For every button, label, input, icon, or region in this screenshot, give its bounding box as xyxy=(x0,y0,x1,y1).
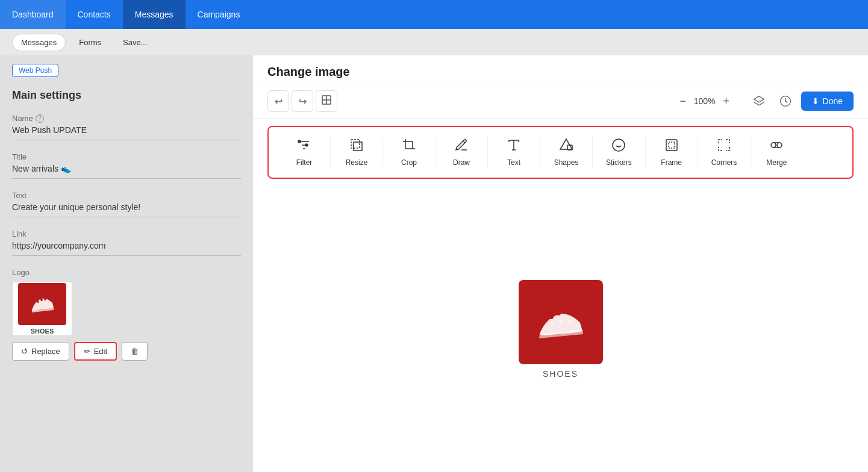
replace-icon: ↺ xyxy=(21,347,28,356)
tool-text[interactable]: Text xyxy=(493,133,535,172)
web-push-badge: Web Push xyxy=(12,64,58,77)
undo-button[interactable]: ↩ xyxy=(267,90,289,112)
tool-corners[interactable]: Corners xyxy=(703,133,746,172)
undo-redo-group: ↩ ↪ xyxy=(267,90,337,112)
history-button[interactable] xyxy=(775,90,796,112)
main-settings-section: Main settings Name ? Web Push UPDATE Tit… xyxy=(0,77,253,268)
title-value: New arrivals 👟 xyxy=(12,164,241,179)
tool-divider-6 xyxy=(592,137,593,167)
replace-button[interactable]: ↺ Replace xyxy=(12,342,69,361)
delete-button[interactable]: 🗑 xyxy=(122,342,148,361)
link-value: https://yourcompany.com xyxy=(12,241,241,256)
edit-button[interactable]: ✏ Edit xyxy=(74,342,117,361)
subnav-messages[interactable]: Messages xyxy=(12,34,66,51)
frame-icon xyxy=(664,138,679,156)
svg-point-0 xyxy=(37,300,39,303)
tool-divider-5 xyxy=(540,137,540,167)
sub-navigation: Messages Forms Save... xyxy=(0,29,868,55)
logo-preview: SHOES xyxy=(12,282,72,336)
tool-divider-7 xyxy=(645,137,646,167)
tool-divider-1 xyxy=(330,137,331,167)
tool-stickers[interactable]: Stickers xyxy=(598,133,640,172)
shoes-image xyxy=(531,295,591,349)
tool-divider-8 xyxy=(698,137,698,167)
draw-icon xyxy=(454,138,469,156)
image-caption: SHOES xyxy=(543,369,578,379)
tool-resize[interactable]: Resize xyxy=(336,133,378,172)
image-editor-panel: Change image ↩ ↪ xyxy=(253,55,868,472)
editor-header: Change image xyxy=(253,55,868,84)
redo-icon: ↪ xyxy=(299,96,307,107)
zoom-value: 100% xyxy=(694,96,716,106)
corners-label: Corners xyxy=(711,158,737,167)
nav-messages[interactable]: Messages xyxy=(123,0,186,29)
merge-label: Merge xyxy=(766,158,787,167)
tool-frame[interactable]: Frame xyxy=(651,133,693,172)
main-settings-title: Main settings xyxy=(12,89,241,102)
top-navigation: Dashboard Contacts Messages Campaigns xyxy=(0,0,868,29)
editor-title: Change image xyxy=(267,65,854,79)
svg-point-2 xyxy=(44,298,46,300)
text-label: Text xyxy=(12,191,241,200)
subnav-saved[interactable]: Save... xyxy=(114,34,155,51)
text-label: Text xyxy=(507,158,520,167)
svg-point-34 xyxy=(560,320,562,323)
zoom-control: − 100% + xyxy=(676,94,734,108)
redo-button[interactable]: ↪ xyxy=(292,90,313,112)
canvas-area: SHOES xyxy=(253,186,868,472)
crop-icon xyxy=(402,138,416,156)
link-field-group: Link https://yourcompany.com xyxy=(12,229,241,256)
zoom-out-button[interactable]: − xyxy=(676,94,690,108)
download-icon: ⬇ xyxy=(812,96,819,106)
toolbar-right-icons: ⬇ Done xyxy=(748,90,854,112)
name-help-icon[interactable]: ? xyxy=(36,114,44,123)
tools-bar: Filter Resize xyxy=(267,126,854,179)
link-label: Link xyxy=(12,229,241,238)
stickers-label: Stickers xyxy=(606,158,632,167)
add-image-button[interactable] xyxy=(316,90,337,112)
merge-icon xyxy=(769,138,784,156)
done-button[interactable]: ⬇ Done xyxy=(801,92,854,111)
svg-rect-25 xyxy=(669,142,675,148)
svg-rect-14 xyxy=(354,142,362,151)
tool-filter[interactable]: Filter xyxy=(283,133,325,172)
tool-crop[interactable]: Crop xyxy=(388,133,430,172)
filter-icon xyxy=(297,138,311,156)
image-preview: SHOES xyxy=(519,280,603,379)
svg-point-31 xyxy=(556,311,561,315)
tool-draw[interactable]: Draw xyxy=(440,133,482,172)
crop-label: Crop xyxy=(401,158,417,167)
title-field-group: Title New arrivals 👟 xyxy=(12,152,241,179)
tool-divider-2 xyxy=(382,137,383,167)
edit-icon: ✏ xyxy=(84,347,90,356)
shoe-icon xyxy=(27,291,57,317)
tool-merge[interactable]: Merge xyxy=(755,133,798,172)
logo-actions: ↺ Replace ✏ Edit 🗑 xyxy=(12,342,241,361)
corners-icon xyxy=(717,138,731,156)
svg-point-30 xyxy=(549,314,554,319)
nav-dashboard[interactable]: Dashboard xyxy=(0,0,66,29)
layers-button[interactable] xyxy=(748,90,770,112)
nav-contacts[interactable]: Contacts xyxy=(66,0,123,29)
nav-campaigns[interactable]: Campaigns xyxy=(186,0,252,29)
shapes-label: Shapes xyxy=(554,158,579,167)
resize-icon xyxy=(349,138,364,156)
trash-icon: 🗑 xyxy=(131,347,139,356)
tool-shapes[interactable]: Shapes xyxy=(545,133,587,172)
svg-rect-13 xyxy=(351,140,360,148)
name-field-group: Name ? Web Push UPDATE xyxy=(12,114,241,140)
zoom-in-button[interactable]: + xyxy=(719,94,734,108)
stickers-icon xyxy=(611,138,626,156)
resize-label: Resize xyxy=(346,158,368,167)
svg-point-35 xyxy=(568,320,570,323)
svg-point-12 xyxy=(305,144,308,146)
web-push-badge-area: Web Push xyxy=(12,64,241,77)
svg-point-27 xyxy=(777,143,782,148)
svg-point-1 xyxy=(40,299,43,301)
left-panel: Web Push Main settings Name ? Web Push U… xyxy=(0,55,253,472)
filter-label: Filter xyxy=(296,158,313,167)
content-area: Web Push Main settings Name ? Web Push U… xyxy=(0,55,868,472)
logo-label: Logo xyxy=(12,268,241,277)
subnav-forms[interactable]: Forms xyxy=(70,34,110,51)
logo-section: Logo SHOES ↺ Replace xyxy=(0,268,253,361)
